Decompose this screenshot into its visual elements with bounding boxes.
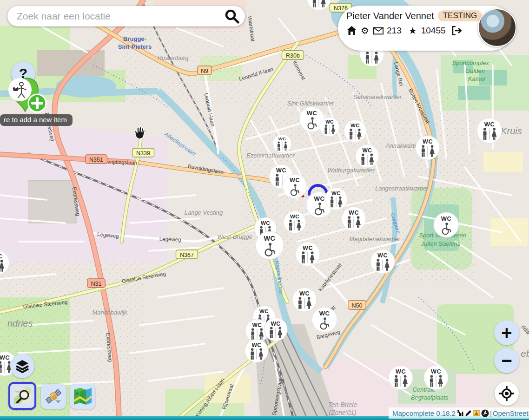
wc-label: WC xyxy=(276,167,286,174)
toilet-marker[interactable]: WC xyxy=(256,231,284,259)
wc-label: WC xyxy=(319,310,330,317)
layers-button[interactable] xyxy=(10,354,34,378)
wc-label: WC xyxy=(325,119,334,125)
svg-text:N367: N367 xyxy=(180,252,194,258)
layers-icon xyxy=(15,359,29,373)
openstreetmap-link[interactable]: OpenStreetMap xyxy=(493,409,529,417)
map-label: Kruis xyxy=(501,126,522,136)
road-ref-badge: N50 xyxy=(348,301,366,309)
map-label: Sportcomplex xyxy=(452,59,489,66)
messages-icon[interactable] xyxy=(373,26,384,36)
wc-label: WC xyxy=(307,110,317,117)
edit-pencil-icon xyxy=(465,410,472,417)
toilet-marker[interactable]: WC xyxy=(477,118,502,143)
road-ref-badge: N9 xyxy=(198,66,212,75)
road-ref-badge: N367 xyxy=(176,250,198,259)
svg-text:N339: N339 xyxy=(136,150,150,157)
wc-label: WC xyxy=(252,342,262,348)
plus-glyph: + xyxy=(501,322,512,343)
toilet-marker[interactable]: WC xyxy=(424,366,448,390)
wc-label: WC xyxy=(377,252,388,259)
wc-label: WC xyxy=(0,354,10,361)
pin-inner-circle xyxy=(8,78,32,101)
wc-label: WC xyxy=(396,368,406,375)
map-label: (Zone'01) xyxy=(329,409,356,416)
community-icon xyxy=(481,409,489,417)
map-label: Manitobawijk xyxy=(92,309,128,316)
geolocate-button[interactable] xyxy=(495,381,519,406)
road-ref-badge: N351 xyxy=(86,155,107,164)
wc-label: WC xyxy=(484,121,495,128)
mapcomplete-version-link[interactable]: Mapcomplete 0.18.2 xyxy=(392,409,456,417)
avatar[interactable] xyxy=(478,8,516,47)
wc-label: WC xyxy=(423,138,433,145)
basemap-satellite-button[interactable] xyxy=(41,384,66,409)
star-icon[interactable]: ★ xyxy=(408,26,418,36)
map-label: Sint-Pieters xyxy=(118,43,152,50)
road-ref-badge: N339 xyxy=(132,148,154,157)
toilet-marker[interactable]: WC xyxy=(342,207,366,231)
map-label: Ten Briele xyxy=(328,401,357,408)
search-bar[interactable] xyxy=(7,6,245,26)
search-icon[interactable] xyxy=(224,8,240,25)
svg-text:N31: N31 xyxy=(91,281,102,287)
folded-map-icon xyxy=(73,387,93,406)
wc-label: WC xyxy=(363,147,372,154)
map-label: Brugge- xyxy=(123,35,146,42)
map-label: eb xyxy=(521,348,529,359)
zoom-in-button[interactable]: + xyxy=(494,320,519,345)
wc-label: WC xyxy=(303,245,313,251)
map-label: Langestraatkwartier xyxy=(375,185,429,192)
toilet-marker[interactable]: WC xyxy=(292,288,317,312)
toilet-marker[interactable]: WC xyxy=(389,366,413,390)
map-label: ndries xyxy=(7,318,33,328)
wc-label: WC xyxy=(259,308,269,314)
map-label: West-Brugge xyxy=(217,233,252,240)
basemap-osm-button[interactable] xyxy=(8,382,36,410)
svg-text:N351: N351 xyxy=(89,157,103,163)
osm-map-magnifier-icon xyxy=(13,387,32,405)
toilet-marker[interactable]: WC xyxy=(320,117,339,137)
wc-label: WC xyxy=(314,195,324,202)
map-label: Rustenburg xyxy=(157,54,189,61)
star-count: 10455 xyxy=(421,26,446,36)
wc-label: WC xyxy=(350,123,360,128)
testing-badge: TESTING xyxy=(438,10,483,21)
toilet-marker[interactable]: WC xyxy=(283,174,307,198)
wc-label: WC xyxy=(0,253,2,260)
map-label: Seminariekwartier xyxy=(353,93,402,100)
svg-text:N9: N9 xyxy=(201,68,208,74)
crosshair-icon xyxy=(498,385,515,402)
map-label: Kamer xyxy=(468,75,486,82)
settings-gear-icon[interactable]: ⚙ xyxy=(360,26,370,36)
add-item-tooltip: re to add a new item xyxy=(0,114,73,126)
wc-label: WC xyxy=(290,214,299,219)
statistics-icon xyxy=(456,409,464,417)
attribution-separator: | xyxy=(490,409,492,417)
map-canvas[interactable]: Brugge-Sint-PietersRustenburgSint-Gillis… xyxy=(0,0,529,420)
wc-label: WC xyxy=(264,235,275,242)
wc-label: WC xyxy=(271,321,281,327)
satellite-icon xyxy=(44,387,63,406)
add-item-pin[interactable] xyxy=(5,74,56,118)
svg-text:R30b: R30b xyxy=(286,52,300,59)
basemap-carto-button[interactable] xyxy=(70,384,95,409)
messages-count: 213 xyxy=(387,26,402,36)
map-label: Gulden xyxy=(465,67,485,74)
map-label: Lange Vesting xyxy=(185,209,223,216)
logout-icon[interactable] xyxy=(452,26,462,36)
user-name[interactable]: Pieter Vander Vennet xyxy=(346,11,434,21)
wc-label: WC xyxy=(441,215,452,222)
home-icon[interactable] xyxy=(346,26,357,36)
map-label: Legeweg xyxy=(159,236,181,243)
map-label: Sint-Gilliskwartier xyxy=(287,100,334,107)
wc-label: WC xyxy=(299,290,310,297)
zoom-out-button[interactable]: − xyxy=(494,348,519,373)
wc-label: WC xyxy=(349,210,359,216)
map-label: Magdalenakwartier xyxy=(349,236,401,243)
wc-label: WC xyxy=(331,190,341,196)
toilet-marker[interactable]: WC xyxy=(284,211,306,233)
search-input[interactable] xyxy=(16,10,224,22)
svg-text:N50: N50 xyxy=(352,302,363,309)
wc-label: WC xyxy=(290,177,300,184)
